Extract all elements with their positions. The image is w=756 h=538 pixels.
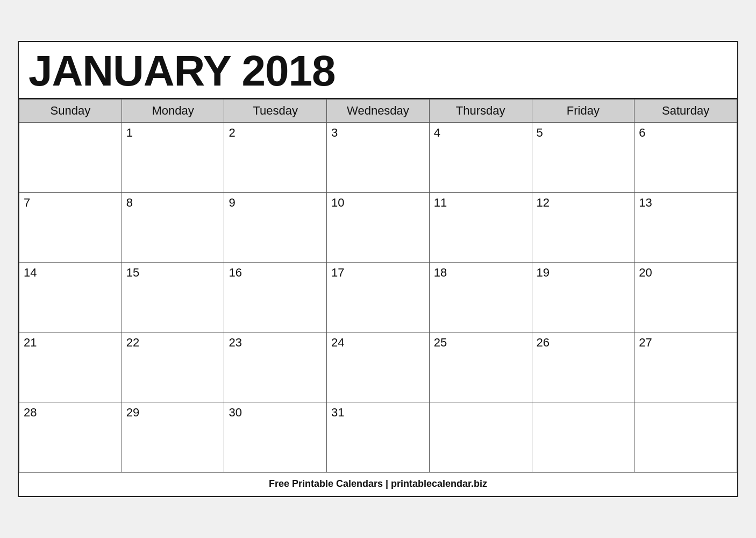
calendar-day-28: 28 <box>19 402 122 472</box>
calendar-day-15: 15 <box>122 263 224 332</box>
calendar-day-24: 24 <box>327 332 430 402</box>
calendar-empty-cell <box>429 402 532 472</box>
calendar-title: JANUARY 2018 <box>19 42 737 99</box>
day-header-row: SundayMondayTuesdayWednesdayThursdayFrid… <box>19 100 737 123</box>
calendar-day-5: 5 <box>532 123 634 193</box>
calendar-day-30: 30 <box>224 402 327 472</box>
calendar-day-31: 31 <box>327 402 430 472</box>
calendar-day-21: 21 <box>19 332 122 402</box>
calendar-day-7: 7 <box>19 193 122 263</box>
calendar-empty-cell <box>532 402 634 472</box>
calendar-day-1: 1 <box>122 123 224 193</box>
calendar-day-10: 10 <box>327 193 430 263</box>
calendar-day-6: 6 <box>634 123 737 193</box>
calendar-day-9: 9 <box>224 193 327 263</box>
calendar-day-8: 8 <box>122 193 224 263</box>
calendar-week-row: 123456 <box>19 123 737 193</box>
calendar-container: JANUARY 2018 SundayMondayTuesdayWednesda… <box>18 41 738 497</box>
calendar-day-4: 4 <box>429 123 532 193</box>
calendar-day-19: 19 <box>532 263 634 332</box>
calendar-day-12: 12 <box>532 193 634 263</box>
calendar-day-20: 20 <box>634 263 737 332</box>
day-header-wednesday: Wednesday <box>327 100 430 123</box>
calendar-day-25: 25 <box>429 332 532 402</box>
calendar-week-row: 21222324252627 <box>19 332 737 402</box>
day-header-saturday: Saturday <box>634 100 737 123</box>
day-header-friday: Friday <box>532 100 634 123</box>
calendar-footer: Free Printable Calendars | printablecale… <box>19 472 737 496</box>
calendar-grid: SundayMondayTuesdayWednesdayThursdayFrid… <box>19 99 737 472</box>
calendar-day-29: 29 <box>122 402 224 472</box>
calendar-week-row: 78910111213 <box>19 193 737 263</box>
calendar-day-22: 22 <box>122 332 224 402</box>
calendar-day-2: 2 <box>224 123 327 193</box>
day-header-tuesday: Tuesday <box>224 100 327 123</box>
calendar-day-14: 14 <box>19 263 122 332</box>
day-header-thursday: Thursday <box>429 100 532 123</box>
calendar-empty-cell <box>634 402 737 472</box>
calendar-day-11: 11 <box>429 193 532 263</box>
calendar-day-13: 13 <box>634 193 737 263</box>
day-header-sunday: Sunday <box>19 100 122 123</box>
calendar-day-18: 18 <box>429 263 532 332</box>
calendar-day-17: 17 <box>327 263 430 332</box>
calendar-week-row: 14151617181920 <box>19 263 737 332</box>
calendar-day-16: 16 <box>224 263 327 332</box>
calendar-week-row: 28293031 <box>19 402 737 472</box>
calendar-day-3: 3 <box>327 123 430 193</box>
calendar-day-26: 26 <box>532 332 634 402</box>
calendar-day-27: 27 <box>634 332 737 402</box>
calendar-empty-cell <box>19 123 122 193</box>
day-header-monday: Monday <box>122 100 224 123</box>
calendar-body: 1234567891011121314151617181920212223242… <box>19 123 737 472</box>
calendar-day-23: 23 <box>224 332 327 402</box>
